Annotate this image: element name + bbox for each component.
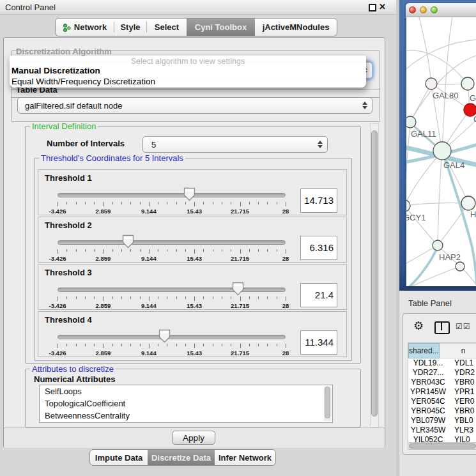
threshold-slider[interactable] [58,335,286,339]
network-node[interactable] [461,196,475,210]
tab-style[interactable]: Style [114,19,146,36]
table-row[interactable]: YBR045CYBR0 [408,406,476,416]
attribute-item[interactable]: SelfLoops [40,385,332,397]
network-canvas[interactable]: GAL80GCGAL11GAL4GCY1HHAP2 [406,17,476,286]
combo-stepper-icon[interactable] [362,98,367,113]
tick-label: 15.43 [169,255,220,262]
table-row[interactable]: YDL19...YDL1 [408,358,476,368]
attribute-item[interactable]: TopologicalCoefficient [40,397,332,410]
cell-name[interactable]: YPR1 [448,387,474,397]
threshold-slider[interactable] [58,288,286,292]
zoom-traffic-icon[interactable] [431,6,438,13]
algorithm-option[interactable]: Equal Width/Frequency Discretization [12,77,155,86]
cell-shared-name[interactable]: YDR27... [408,368,448,378]
slider-thumb-icon[interactable] [183,187,196,204]
network-view-window[interactable]: GAL80GCGAL11GAL4GCY1HHAP2 [406,3,476,286]
apply-button[interactable]: Apply [172,431,215,445]
algorithm-hint-item[interactable]: Select algorithm to view settings [10,57,366,66]
discretization-algorithm-label: Discretization Algorithm [16,47,112,56]
cell-name[interactable]: YBL0 [448,416,473,426]
attributes-group-title: Attributes to discretize [30,365,116,373]
combo-stepper-icon[interactable] [318,137,323,152]
cell-name[interactable]: YBR0 [448,406,474,416]
tab-infer-network[interactable]: Infer Network [215,450,275,465]
tab-network[interactable]: Network [56,19,114,36]
network-graph[interactable]: GAL80GCGAL11GAL4GCY1HHAP2 [406,17,476,286]
numerical-attributes-list[interactable]: SelfLoopsTopologicalCoefficientBetweenne… [39,385,333,423]
cell-shared-name[interactable]: YPR145W [408,387,448,397]
panel-title: Control Panel [5,3,56,12]
tick-label: -3.426 [32,302,83,309]
table-columns-icon[interactable] [434,321,450,334]
cell-shared-name[interactable]: YBR045C [408,406,448,416]
algorithm-option[interactable]: Manual Discretization [12,66,100,75]
tick-label: 21.715 [215,302,266,309]
cell-shared-name[interactable]: YDL19... [408,358,448,368]
minimize-traffic-icon[interactable] [420,6,427,13]
tick-label: 21.715 [215,349,266,357]
checkbox-icons[interactable]: ☑☑ [456,322,471,331]
gear-icon[interactable]: ⚙ [413,319,424,333]
threshold-value-field[interactable]: 6.316 [300,236,337,260]
column-header-shared-name[interactable]: shared... [408,343,440,358]
slider-thumb-icon[interactable] [158,329,171,346]
cell-shared-name[interactable]: YER054C [408,397,448,406]
tick-label: 2.859 [77,349,128,357]
tab-cyni-toolbox[interactable]: Cyni Toolbox [187,19,255,36]
network-node[interactable] [461,77,474,90]
network-node[interactable] [433,240,443,250]
cell-name[interactable]: YBR0 [448,378,474,387]
cell-shared-name[interactable]: YLR345W [408,426,448,435]
table-row[interactable]: YDR27...YDR2 [408,368,476,378]
interval-definition-title: Interval Definition [30,122,98,130]
node-table[interactable]: shared... n YDL19...YDL1YDR27...YDR2YBR0… [408,342,476,443]
table-panel-title: Table Panel [408,298,452,308]
network-node[interactable] [406,200,410,211]
cell-name[interactable]: YER0 [448,397,474,406]
tab-discretize-data[interactable]: Discretize Data [148,450,215,465]
network-node[interactable] [426,78,437,89]
tick-label: 9.144 [123,255,174,262]
table-row[interactable]: YPR145WYPR1 [408,387,476,397]
network-node[interactable] [406,116,416,128]
tick-label: 21.715 [215,255,266,262]
network-window-titlebar[interactable] [406,3,476,17]
cell-shared-name[interactable]: YBR043C [408,378,448,387]
network-node[interactable] [433,142,451,160]
table-panel-titlebar: Table Panel [399,291,476,312]
slider-thumb-icon[interactable] [232,282,244,298]
algorithm-dropdown-popup: Select algorithm to view settings Manual… [10,56,366,88]
table-data-combobox[interactable]: galFiltered.sif default node [17,97,372,114]
cell-name[interactable]: YDR2 [448,368,475,378]
node-label: C [473,114,476,124]
network-node[interactable] [456,262,464,271]
settings-scrollbar[interactable] [370,123,379,427]
cell-name[interactable]: YLR3 [448,426,473,435]
column-header-name[interactable]: n [440,343,476,358]
threshold-slider[interactable] [58,193,286,197]
table-row[interactable]: YBR043CYBR0 [408,378,476,387]
threshold-value-field[interactable]: 14.713 [300,188,337,213]
threshold-slider[interactable] [58,240,286,245]
threshold-value-field[interactable]: 21.4 [300,283,337,307]
close-icon[interactable]: ✕ [379,2,386,12]
slider-thumb-icon[interactable] [122,234,134,251]
tab-select[interactable]: Select [147,19,187,36]
tab-impute-data[interactable]: Impute Data [90,450,148,465]
float-window-icon[interactable] [369,4,376,12]
close-traffic-icon[interactable] [409,6,416,13]
threshold-value-field[interactable]: 11.344 [300,330,337,355]
tab-jactivemnodules[interactable]: jActiveMNodules [255,19,337,36]
cell-shared-name[interactable]: YBL079W [408,416,448,426]
node-label: GAL80 [433,91,458,100]
table-row[interactable]: YER054CYER0 [408,397,476,406]
number-of-intervals-combobox[interactable]: 5 [142,136,328,153]
attributes-scrollbar[interactable] [324,386,332,422]
cell-name[interactable]: YDL1 [448,358,473,368]
attribute-item[interactable]: BetweennessCentrality [40,410,332,422]
table-row[interactable]: YLR345WYLR3 [408,426,476,435]
tab-label: Select [155,22,179,32]
tick-label: 21.715 [215,208,266,215]
table-row[interactable]: YBL079WYBL0 [408,416,476,426]
table-hscrollbar[interactable] [408,442,476,450]
